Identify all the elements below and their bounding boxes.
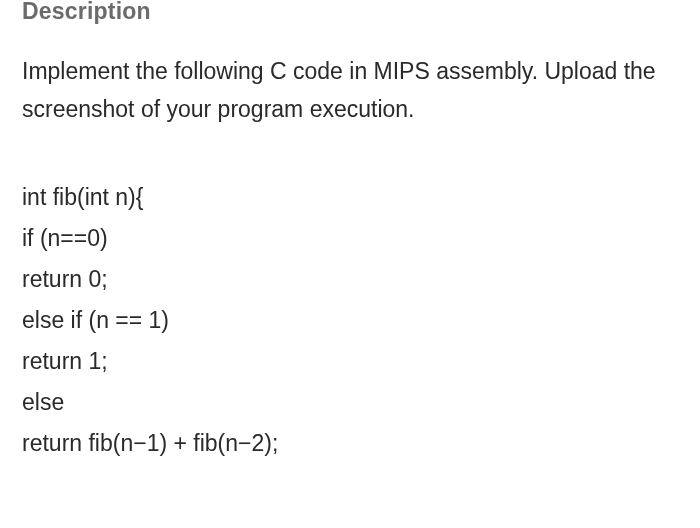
code-line: if (n==0): [22, 218, 678, 259]
code-line: else: [22, 382, 678, 423]
code-line: return fib(n−1) + fib(n−2);: [22, 423, 678, 464]
code-line: return 0;: [22, 259, 678, 300]
code-line: int fib(int n){: [22, 177, 678, 218]
code-line: return 1;: [22, 341, 678, 382]
code-line: else if (n == 1): [22, 300, 678, 341]
section-heading: Description: [22, 0, 678, 25]
instruction-text: Implement the following C code in MIPS a…: [22, 53, 678, 129]
code-block: int fib(int n){ if (n==0) return 0; else…: [22, 177, 678, 464]
